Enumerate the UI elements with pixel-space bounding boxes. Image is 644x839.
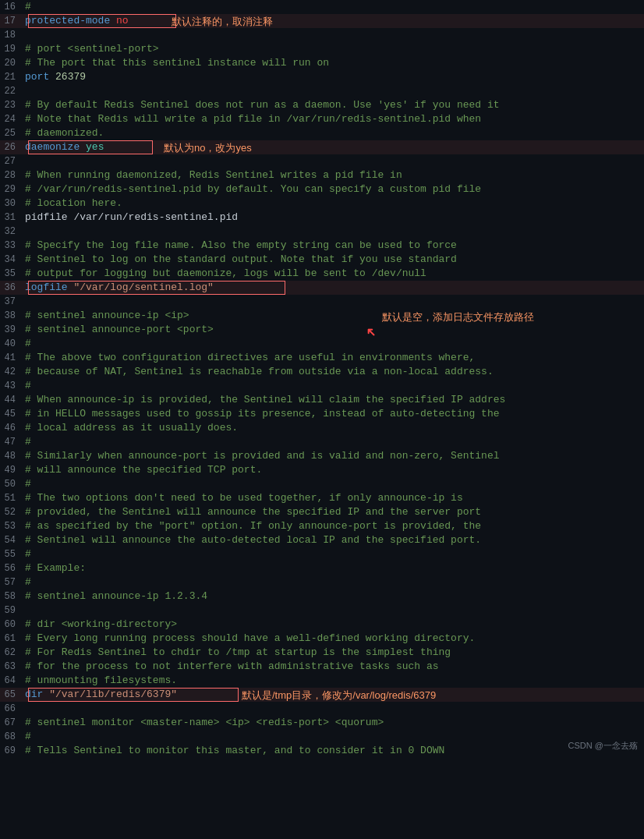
code-line: 69# Tells Sentinel to monitor this maste… [0,744,644,758]
code-line: 23# By default Redis Sentinel does not r… [0,98,644,112]
line-content: # The port that this sentinel instance w… [22,56,644,70]
code-line: 63# for the process to not interfere wit… [0,660,644,674]
line-content: # [22,0,644,14]
code-line: 42# because of NAT, Sentinel is reachabl… [0,365,644,379]
line-number: 35 [0,267,22,281]
line-content: # sentinel announce-ip <ip> [22,309,644,323]
line-number: 27 [0,154,22,168]
line-number: 18 [0,28,22,42]
code-line: 48# Similarly when announce-port is prov… [0,449,644,463]
code-line: 59 [0,604,644,618]
code-line: 60# dir <working-directory> [0,618,644,632]
line-content: # in HELLO messages used to gossip its p… [22,407,644,421]
line-number: 21 [0,70,22,84]
line-number: 39 [0,323,22,337]
line-content: # Sentinel to log on the standard output… [22,253,644,267]
code-line: 54# Sentinel will announce the auto-dete… [0,533,644,547]
line-content: # Sentinel will announce the auto-detect… [22,533,644,547]
code-line: 31pidfile /var/run/redis-sentinel.pid [0,211,644,225]
line-number: 66 [0,702,22,716]
line-number: 50 [0,477,22,491]
line-content: # sentinel announce-port <port> [22,323,644,337]
line-content: pidfile /var/run/redis-sentinel.pid [22,211,644,225]
code-line: 49# will announce the specified TCP port… [0,463,644,477]
line-number: 38 [0,309,22,323]
line-number: 47 [0,435,22,449]
line-content: # will announce the specified TCP port. [22,463,644,477]
code-line: 39# sentinel announce-port <port> [0,323,644,337]
code-line: 56# Example: [0,561,644,575]
line-content: # The above two configuration directives… [22,351,644,365]
code-line: 45# in HELLO messages used to gossip its… [0,407,644,421]
line-content: # /var/run/redis-sentinel.pid by default… [22,182,644,196]
line-content: # as specified by the "port" option. If … [22,519,644,533]
line-content: # Tells Sentinel to monitor this master,… [22,744,644,758]
line-number: 23 [0,98,22,112]
code-line: 50# [0,477,644,491]
line-number: 31 [0,211,22,225]
line-content: # for the process to not interfere with … [22,660,644,674]
code-line: 41# The above two configuration directiv… [0,351,644,365]
code-line: 65dir "/var/lib/redis/6379" [0,688,644,702]
code-line: 44# When announce-ip is provided, the Se… [0,393,644,407]
code-line: 61# Every long running process should ha… [0,632,644,646]
line-number: 57 [0,575,22,589]
code-line: 67# sentinel monitor <master-name> <ip> … [0,716,644,730]
line-number: 56 [0,561,22,575]
line-number: 24 [0,112,22,126]
code-line: 28# When running daemonized, Redis Senti… [0,168,644,182]
line-number: 60 [0,618,22,632]
line-number: 46 [0,421,22,435]
line-number: 33 [0,239,22,253]
line-content: # [22,379,644,393]
code-line: 32 [0,225,644,239]
line-content: # because of NAT, Sentinel is reachable … [22,365,644,379]
code-line: 33# Specify the log file name. Also the … [0,239,644,253]
line-content: # [22,575,644,589]
code-line: 19# port <sentinel-port> [0,42,644,56]
line-content: # daemonized. [22,126,644,140]
code-line: 53# as specified by the "port" option. I… [0,519,644,533]
line-number: 36 [0,281,22,295]
line-number: 42 [0,365,22,379]
line-number: 62 [0,646,22,660]
line-number: 55 [0,547,22,561]
line-number: 67 [0,716,22,730]
code-line: 51# The two options don't need to be use… [0,491,644,505]
line-number: 16 [0,0,22,14]
code-line: 16# [0,0,644,14]
line-number: 34 [0,253,22,267]
line-number: 26 [0,140,22,154]
line-number: 19 [0,42,22,56]
line-content: # location here. [22,196,644,211]
code-line: 57# [0,575,644,589]
code-line: 46# local address as it usually does. [0,421,644,435]
code-line: 62# For Redis Sentinel to chdir to /tmp … [0,646,644,660]
line-content: # sentinel monitor <master-name> <ip> <r… [22,716,644,730]
code-line: 22 [0,84,644,98]
line-content: # [22,477,644,491]
line-number: 52 [0,505,22,519]
line-number: 29 [0,182,22,196]
line-number: 51 [0,491,22,505]
line-content: # unmounting filesystems. [22,674,644,688]
line-number: 58 [0,589,22,604]
line-number: 30 [0,196,22,211]
code-line: 64# unmounting filesystems. [0,674,644,688]
line-number: 40 [0,337,22,351]
code-line: 21port 26379 [0,70,644,84]
line-content: # sentinel announce-ip 1.2.3.4 [22,589,644,604]
code-line: 37 [0,295,644,309]
line-content: # [22,547,644,561]
code-line: 34# Sentinel to log on the standard outp… [0,253,644,267]
code-line: 30# location here. [0,196,644,211]
line-content: # When announce-ip is provided, the Sent… [22,393,644,407]
line-content: protected-mode no [22,14,644,28]
line-number: 32 [0,225,22,239]
code-line: 27 [0,154,644,168]
line-content: # provided, the Sentinel will announce t… [22,505,644,519]
line-content: # For Redis Sentinel to chdir to /tmp at… [22,646,644,660]
code-line: 29# /var/run/redis-sentinel.pid by defau… [0,182,644,196]
line-number: 45 [0,407,22,421]
line-content: # port <sentinel-port> [22,42,644,56]
